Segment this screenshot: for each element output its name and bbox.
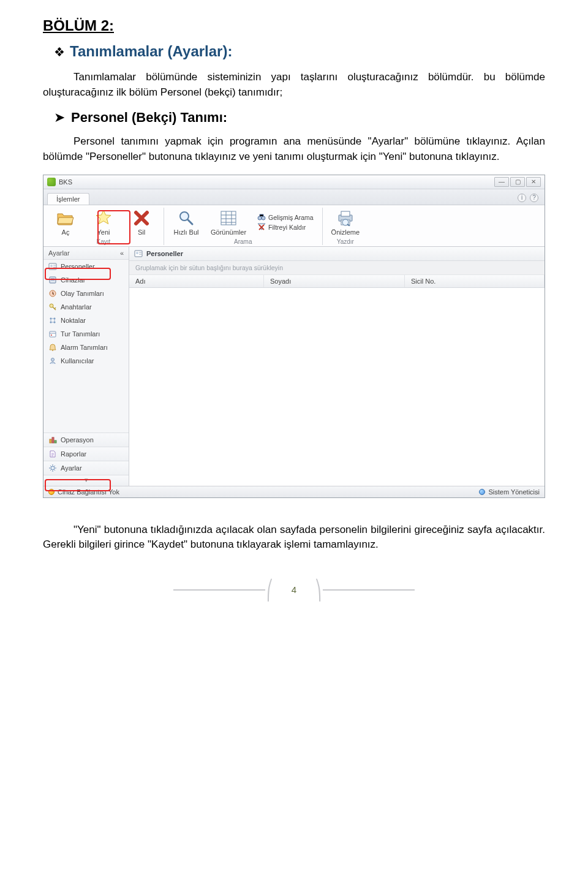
bottom-nav-operasyon[interactable]: Operasyon <box>43 433 129 447</box>
screenshot-container: BKS ― ▢ ✕ İşlemler i ? Aç <box>43 175 545 498</box>
sidebar-label-tur: Tur Tanımları <box>61 330 100 338</box>
footer-bracket-right-icon: ⎞ <box>314 583 323 598</box>
sidebar-collapse-button[interactable]: « <box>120 249 124 257</box>
svg-rect-8 <box>49 263 56 270</box>
info-icon[interactable]: i <box>518 194 526 202</box>
group-kayit: Aç Yeni Sil Kayıt <box>43 208 164 245</box>
preview-label: Önizleme <box>331 229 360 236</box>
points-icon <box>48 316 57 325</box>
svg-point-20 <box>52 350 53 351</box>
group-kayit-label: Kayıt <box>52 238 155 245</box>
sidebar-label-alarm: Alarm Tanımları <box>61 344 108 351</box>
clear-filter-button[interactable]: Filtreyi Kaldır <box>257 223 306 232</box>
new-button[interactable]: Yeni <box>90 209 117 236</box>
page-number: 4 <box>274 583 314 597</box>
quick-find-button[interactable]: Hızlı Bul <box>173 209 200 236</box>
svg-rect-11 <box>51 278 55 281</box>
svg-rect-26 <box>135 251 142 257</box>
titlebar: BKS ― ▢ ✕ <box>43 175 545 189</box>
svg-rect-18 <box>50 331 56 337</box>
views-button[interactable]: Görünümler <box>211 209 246 236</box>
column-header-adi[interactable]: Adı <box>129 275 264 287</box>
sidebar-item-personeller[interactable]: Personeller <box>43 260 129 273</box>
svg-point-21 <box>51 358 55 361</box>
paragraph-1: Tanımlamalar bölümünde sisteminizin yapı… <box>43 70 545 100</box>
help-icon[interactable]: ? <box>530 194 538 202</box>
status-user: Sistem Yöneticisi <box>479 488 540 496</box>
open-button[interactable]: Aç <box>52 209 79 236</box>
arrow-right-icon: ➤ <box>54 111 65 124</box>
svg-rect-23 <box>52 437 54 443</box>
tab-islemler[interactable]: İşlemler <box>47 193 89 205</box>
views-label: Görünümler <box>211 229 246 236</box>
sidebar-label-olay: Olay Tanımları <box>61 290 104 297</box>
new-label: Yeni <box>97 229 110 236</box>
svg-point-9 <box>50 265 53 267</box>
quick-find-label: Hızlı Bul <box>174 229 199 236</box>
group-arama-label: Arama <box>173 238 314 245</box>
advanced-search-button[interactable]: Gelişmiş Arama <box>257 213 314 222</box>
minimize-button[interactable]: ― <box>494 177 509 187</box>
sidebar-item-kullanicilar[interactable]: Kullanıcılar <box>43 354 129 368</box>
sidebar-item-cihazlar[interactable]: Cihazlar <box>43 273 129 287</box>
svg-rect-22 <box>50 439 51 443</box>
status-user-label: Sistem Yöneticisi <box>488 488 540 496</box>
sidebar-label-cihazlar: Cihazlar <box>61 276 85 284</box>
status-connection: Cihaz Bağlantısı Yok <box>48 488 119 496</box>
svg-point-3 <box>262 216 265 220</box>
event-icon <box>48 289 57 298</box>
column-header-sicil[interactable]: Sicil No. <box>405 275 545 287</box>
delete-button[interactable]: Sil <box>128 209 155 236</box>
sidebar: Ayarlar « Personeller Cihazlar Olay Tanı… <box>43 247 129 486</box>
svg-point-25 <box>51 466 55 470</box>
alarm-icon <box>48 343 57 352</box>
sub-subheading: Personel (Bekçi) Tanımı: <box>71 110 227 126</box>
sidebar-item-alarm[interactable]: Alarm Tanımları <box>43 341 129 354</box>
person-card-icon <box>134 249 143 258</box>
clear-filter-icon <box>257 223 266 232</box>
svg-rect-19 <box>51 334 52 336</box>
app-icon <box>47 178 56 186</box>
sidebar-item-olay[interactable]: Olay Tanımları <box>43 287 129 300</box>
group-yazdir: Önizleme Yazdır <box>323 208 368 245</box>
footer-rule-right <box>323 589 415 591</box>
status-connection-label: Cihaz Bağlantısı Yok <box>58 488 119 496</box>
sidebar-header-label: Ayarlar <box>48 249 70 257</box>
sidebar-item-tur[interactable]: Tur Tanımları <box>43 327 129 341</box>
reports-icon <box>48 450 57 458</box>
preview-button[interactable]: Önizleme <box>331 209 360 236</box>
key-icon <box>48 303 57 311</box>
gear-icon <box>48 464 57 472</box>
app-window: BKS ― ▢ ✕ İşlemler i ? Aç <box>43 175 545 498</box>
close-button[interactable]: ✕ <box>526 177 541 187</box>
subheading: Tanımlamalar (Ayarlar): <box>70 43 232 60</box>
star-icon <box>94 209 113 227</box>
ribbon: Aç Yeni Sil Kayıt <box>43 205 545 247</box>
section-heading: BÖLÜM 2: <box>43 17 545 34</box>
users-icon <box>48 357 57 365</box>
sidebar-item-anahtarlar[interactable]: Anahtarlar <box>43 300 129 314</box>
svg-point-2 <box>258 216 262 220</box>
maximize-button[interactable]: ▢ <box>510 177 525 187</box>
column-header-soyadi[interactable]: Soyadı <box>264 275 405 287</box>
bottom-nav-operasyon-label: Operasyon <box>61 436 94 444</box>
diamond-bullet-icon: ❖ <box>54 46 65 58</box>
calendar-icon <box>48 330 57 338</box>
sidebar-label-noktalar: Noktalar <box>61 317 86 324</box>
page-footer: ⎛ 4 ⎞ <box>43 583 545 597</box>
sidebar-dropdown-icon[interactable]: ▾ <box>43 475 129 486</box>
print-preview-icon <box>336 209 355 227</box>
group-arama: Hızlı Bul Görünümler Gelişmiş <box>164 208 323 245</box>
operations-icon <box>48 436 57 444</box>
sidebar-item-noktalar[interactable]: Noktalar <box>43 314 129 327</box>
ribbon-tab-row: İşlemler i ? <box>43 189 545 205</box>
group-by-hint[interactable]: Gruplamak için bir sütun başlığını buray… <box>129 261 545 275</box>
bottom-nav-raporlar[interactable]: Raporlar <box>43 447 129 461</box>
grid-icon <box>219 209 238 227</box>
footer-bracket-left-icon: ⎛ <box>265 583 274 598</box>
bottom-nav-raporlar-label: Raporlar <box>61 450 86 458</box>
bottom-nav-ayarlar[interactable]: Ayarlar <box>43 461 129 475</box>
content-title: Personeller <box>146 250 183 257</box>
magnifier-icon <box>177 209 195 227</box>
footer-rule-left <box>173 589 265 591</box>
